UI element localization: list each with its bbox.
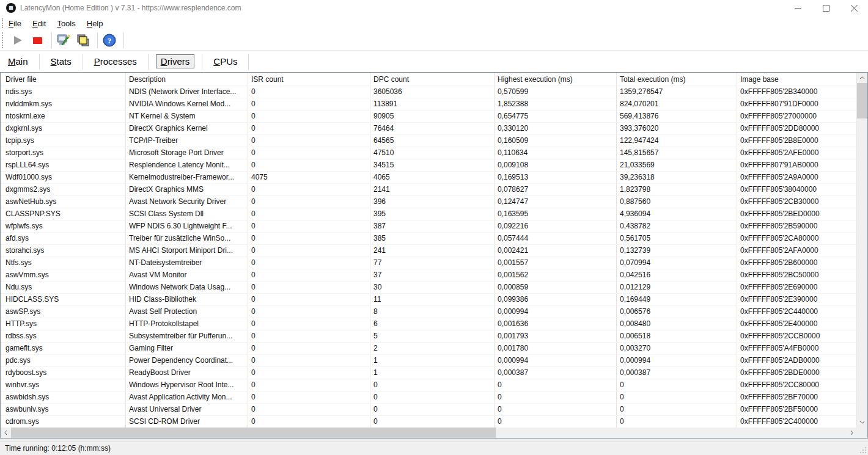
cell: 0,092216 (495, 220, 617, 232)
column-header-image-base[interactable]: Image base (737, 73, 857, 86)
table-row[interactable]: tcpip.sysTCP/IP-Treiber0645650,160509122… (1, 135, 857, 147)
cell: 0 (248, 184, 370, 195)
table-row[interactable]: afd.sysTreiber für zusätzliche WinSo...0… (1, 233, 857, 245)
table-body: ndis.sysNDIS (Network Driver Interface..… (1, 86, 857, 428)
column-header-total-execution-ms[interactable]: Total execution (ms) (617, 73, 737, 86)
vertical-scrollbar[interactable] (857, 73, 867, 428)
table-row[interactable]: aswbuniv.sysAvast Universal Driver00000x… (1, 404, 857, 416)
cell: 0 (248, 86, 370, 98)
cell: 0 (617, 416, 737, 428)
table-row[interactable]: Ntfs.sysNT-Dateisystemtreiber0770,001557… (1, 257, 857, 269)
cell: 1359,276547 (617, 86, 737, 98)
table-row[interactable]: dxgmms2.sysDirectX Graphics MMS021410,07… (1, 184, 857, 196)
cell: Resplendence Latency Monit... (126, 159, 248, 171)
table-row[interactable]: Wdf01000.sysKernelmodustreiber-Framewor.… (1, 172, 857, 184)
table-row[interactable]: aswNetHub.sysAvast Network Security Driv… (1, 196, 857, 208)
close-button[interactable] (840, 0, 868, 16)
cell: 0xFFFFF807'91AB0000 (737, 159, 857, 171)
toolbar: ? (0, 31, 868, 51)
cell: 396 (370, 196, 495, 208)
table-row[interactable]: aswSP.sysAvast Self Protection080,000994… (1, 306, 857, 318)
app-icon[interactable] (6, 3, 16, 13)
table-row[interactable]: cdrom.sysSCSI CD-ROM Driver00000xFFFFF80… (1, 416, 857, 428)
scroll-left-button[interactable] (1, 428, 11, 438)
cell: 0 (248, 98, 370, 110)
table-row[interactable]: ndis.sysNDIS (Network Driver Interface..… (1, 86, 857, 98)
minimize-icon (795, 8, 801, 9)
table-row[interactable]: storport.sysMicrosoft Storage Port Drive… (1, 147, 857, 159)
vertical-scroll-thumb[interactable] (857, 83, 867, 118)
cell: 0 (370, 416, 495, 428)
table-row[interactable]: CLASSPNP.SYSSCSI Class System Dll03950,1… (1, 208, 857, 220)
cell: NT-Dateisystemtreiber (126, 257, 248, 269)
table-row[interactable]: wfplwfs.sysWFP NDIS 6.30 Lightweight F..… (1, 220, 857, 233)
cell: 0xFFFFF805'2B8E0000 (737, 135, 857, 147)
start-monitor-button[interactable] (9, 32, 26, 49)
cell: 0,330120 (495, 123, 617, 134)
cell: CLASSPNP.SYS (1, 208, 126, 220)
cell: 0xFFFFF805'2E690000 (737, 282, 857, 293)
cell: 0 (248, 208, 370, 220)
table-row[interactable]: gameflt.sysGaming Filter020,0017800,0032… (1, 343, 857, 355)
menu-help[interactable]: Help (81, 17, 109, 30)
cell: 0 (248, 355, 370, 366)
horizontal-scroll-thumb[interactable] (11, 428, 496, 438)
tab-processes[interactable]: Processes (90, 55, 141, 68)
table-row[interactable]: HIDCLASS.SYSHID Class-Bibliothek0110,099… (1, 294, 857, 306)
stop-monitor-button[interactable] (29, 32, 46, 49)
cell: HTTP-Protokollstapel (126, 318, 248, 330)
cell: 0,003270 (617, 343, 737, 354)
tab-main[interactable]: Main (4, 55, 32, 68)
help-button[interactable]: ? (101, 32, 118, 49)
table-row[interactable]: winhvr.sysWindows Hypervisor Root Inte..… (1, 379, 857, 391)
scroll-up-button[interactable] (857, 73, 867, 83)
column-header-isr-count[interactable]: ISR count (248, 73, 370, 86)
cell: 0 (248, 330, 370, 342)
table-row[interactable]: rdbss.sysSubsystemtreiber für Pufferun..… (1, 330, 857, 343)
tab-cpus[interactable]: CPUs (210, 55, 241, 68)
tab-drivers[interactable]: Drivers (156, 54, 195, 68)
cell: Wdf01000.sys (1, 172, 126, 183)
table-row[interactable]: aswVmm.sysAvast VM Monitor0370,0015620,0… (1, 269, 857, 282)
menu-tools[interactable]: Tools (51, 17, 81, 30)
table-row[interactable]: aswbidsh.sysAvast Application Activity M… (1, 391, 857, 404)
table-row[interactable]: rdyboost.sysReadyBoost Driver010,0003870… (1, 367, 857, 379)
menu-file[interactable]: File (3, 17, 27, 30)
column-header-description[interactable]: Description (126, 73, 248, 86)
minimize-button[interactable] (784, 0, 812, 16)
table-row[interactable]: nvlddmkm.sysNVIDIA Windows Kernel Mod...… (1, 98, 857, 111)
column-header-driver-file[interactable]: Driver file (1, 73, 126, 86)
options-button[interactable] (55, 32, 72, 49)
cell: 0 (248, 257, 370, 269)
table-row[interactable]: rspLLL64.sysResplendence Latency Monit..… (1, 159, 857, 172)
resize-grip[interactable] (859, 446, 867, 454)
horizontal-scrollbar[interactable] (1, 428, 857, 438)
table-row[interactable]: pdc.sysPower Dependency Coordinat...010,… (1, 355, 857, 367)
table-row[interactable]: dxgkrnl.sysDirectX Graphics Kernel076464… (1, 123, 857, 135)
menubar: FileEditToolsHelp (0, 16, 868, 31)
cell: Avast Self Protection (126, 306, 248, 318)
cell: 0 (248, 123, 370, 134)
cell: 0xFFFFF805'27000000 (737, 111, 857, 122)
menu-edit[interactable]: Edit (27, 17, 51, 30)
report-button[interactable] (75, 32, 92, 49)
cell: 0,078627 (495, 184, 617, 195)
cell: ReadyBoost Driver (126, 367, 248, 379)
cell: 0xFFFFF805'2A9A0000 (737, 172, 857, 183)
table-row[interactable]: Ndu.sysWindows Network Data Usag...0300,… (1, 282, 857, 294)
cell: rspLLL64.sys (1, 159, 126, 171)
tab-stats[interactable]: Stats (47, 55, 75, 68)
table-row[interactable]: ntoskrnl.exeNT Kernel & System0909050,65… (1, 111, 857, 123)
cell: 0,132739 (617, 245, 737, 257)
toolbar-gripper[interactable] (2, 32, 3, 48)
column-header-highest-execution-ms[interactable]: Highest execution (ms) (495, 73, 617, 86)
cell: 0,000994 (617, 355, 737, 366)
column-header-dpc-count[interactable]: DPC count (370, 73, 495, 86)
scroll-down-button[interactable] (857, 417, 867, 428)
cell: Avast Application Activity Mon... (126, 391, 248, 403)
maximize-button[interactable] (812, 0, 840, 16)
scroll-right-button[interactable] (847, 428, 857, 438)
cell: 241 (370, 245, 495, 257)
table-row[interactable]: HTTP.sysHTTP-Protokollstapel060,0016360,… (1, 318, 857, 330)
table-row[interactable]: storahci.sysMS AHCI Storport Miniport Dr… (1, 245, 857, 257)
